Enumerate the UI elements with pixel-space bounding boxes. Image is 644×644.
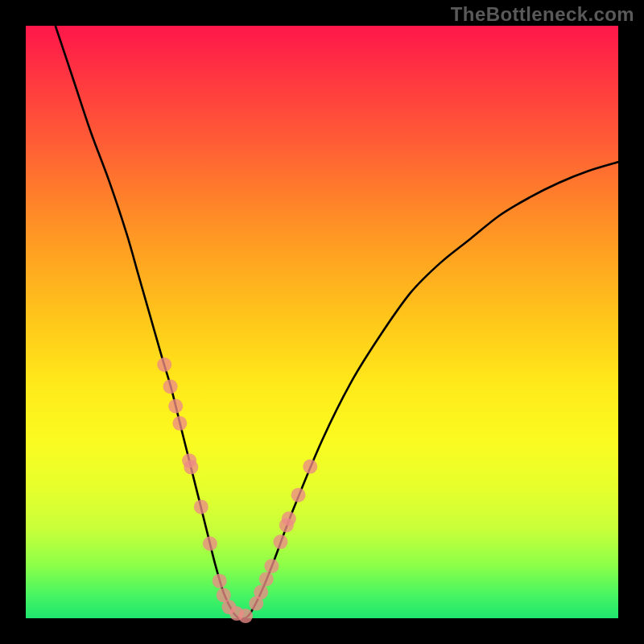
plot-area (26, 26, 618, 618)
watermark-text: TheBottleneck.com (451, 3, 634, 26)
chart-stage: TheBottleneck.com (0, 0, 644, 644)
